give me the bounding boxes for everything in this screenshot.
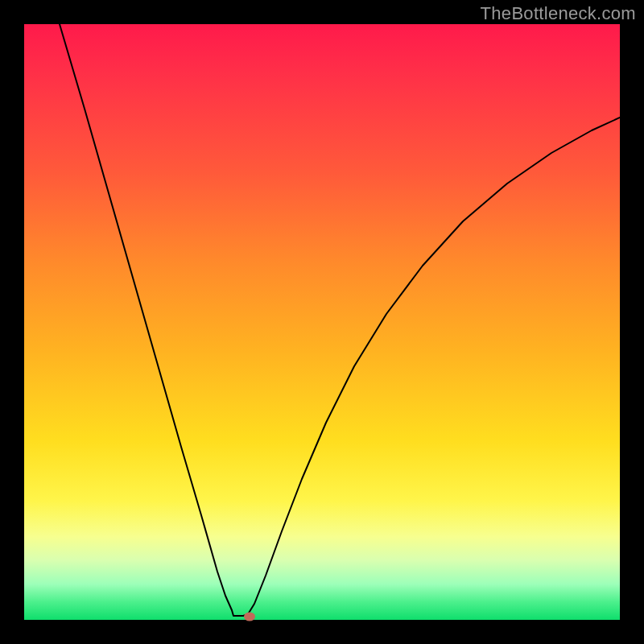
plot-area: [24, 24, 620, 620]
watermark-text: TheBottleneck.com: [481, 3, 636, 24]
curve-svg: [24, 24, 620, 620]
curve-path: [60, 24, 620, 616]
chart-stage: TheBottleneck.com: [0, 0, 644, 644]
min-marker: [244, 613, 255, 621]
